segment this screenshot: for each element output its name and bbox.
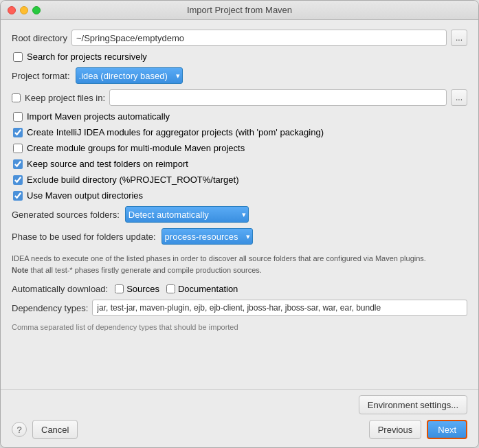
import-maven-label: Import Maven projects automatically <box>27 111 170 122</box>
keep-project-files-label: Keep project files in: <box>25 93 105 103</box>
dependency-hint: Comma separated list of dependency types… <box>12 322 467 333</box>
create-modules-row: Create IntelliJ IDEA modules for aggrega… <box>12 127 467 137</box>
env-settings-button[interactable]: Environment settings... <box>359 395 467 414</box>
phase-row: Phase to be used for folders update: pro… <box>12 228 467 245</box>
import-maven-row: Import Maven projects automatically <box>12 111 467 122</box>
create-modules-checkbox[interactable] <box>13 128 23 137</box>
documentation-item: Documentation <box>166 284 238 294</box>
project-format-label: Project format: <box>12 71 70 81</box>
note-rest: that all test-* phases firstly generate … <box>28 266 261 274</box>
next-button[interactable]: Next <box>427 420 467 439</box>
exclude-build-label: Exclude build directory (%PROJECT_ROOT%/… <box>27 175 238 185</box>
minimize-button[interactable] <box>20 6 28 14</box>
window-title: Import Project from Maven <box>187 5 292 15</box>
close-button[interactable] <box>8 6 16 14</box>
keep-source-folders-row: Keep source and test folders on reimport <box>12 159 467 169</box>
phase-label: Phase to be used for folders update: <box>12 232 156 242</box>
keep-project-files-input[interactable] <box>109 89 447 106</box>
note-line1: IDEA needs to execute one of the listed … <box>12 254 426 262</box>
sources-item: Sources <box>115 284 159 294</box>
note-text: IDEA needs to execute one of the listed … <box>12 250 467 278</box>
cancel-button[interactable]: Cancel <box>32 420 78 439</box>
generated-sources-select-wrapper: Detect automatically <box>125 206 249 223</box>
main-window: Import Project from Maven Root directory… <box>0 0 479 448</box>
help-button[interactable]: ? <box>12 422 27 437</box>
create-modules-label: Create IntelliJ IDEA modules for aggrega… <box>27 127 324 137</box>
documentation-checkbox[interactable] <box>166 284 175 293</box>
generated-sources-row: Generated sources folders: Detect automa… <box>12 206 467 223</box>
keep-project-files-row: Keep project files in: ... <box>12 89 467 106</box>
phase-select-wrapper: process-resources <box>161 228 253 245</box>
project-format-select-wrapper: .idea (directory based) <box>76 67 183 84</box>
sources-label: Sources <box>126 284 159 294</box>
project-format-row: Project format: .idea (directory based) <box>12 67 467 84</box>
auto-download-row: Automatically download: Sources Document… <box>12 284 467 294</box>
bottom-section: Environment settings... ? Cancel Previou… <box>1 389 478 447</box>
import-maven-checkbox[interactable] <box>13 112 23 122</box>
keep-source-folders-label: Keep source and test folders on reimport <box>27 159 188 169</box>
previous-button[interactable]: Previous <box>369 420 422 439</box>
generated-sources-select[interactable]: Detect automatically <box>125 206 249 223</box>
dependency-types-input[interactable] <box>92 300 467 316</box>
keep-project-files-checkbox[interactable] <box>12 93 21 102</box>
use-maven-output-label: Use Maven output directories <box>27 190 143 201</box>
maximize-button[interactable] <box>32 6 41 14</box>
root-directory-label: Root directory <box>12 33 67 43</box>
note-bold: Note <box>12 266 28 274</box>
create-module-groups-checkbox[interactable] <box>13 144 23 153</box>
project-format-select[interactable]: .idea (directory based) <box>76 67 183 84</box>
keep-source-folders-checkbox[interactable] <box>13 159 23 169</box>
dependency-types-row: Dependency types: <box>12 300 467 316</box>
create-module-groups-row: Create module groups for multi-module Ma… <box>12 143 467 153</box>
generated-sources-label: Generated sources folders: <box>12 210 120 220</box>
exclude-build-checkbox[interactable] <box>13 175 23 185</box>
dependency-types-label: Dependency types: <box>12 303 88 313</box>
root-directory-browse-button[interactable]: ... <box>451 30 467 46</box>
auto-download-label: Automatically download: <box>12 284 108 294</box>
search-projects-checkbox[interactable] <box>13 52 23 62</box>
documentation-label: Documentation <box>178 284 238 294</box>
exclude-build-row: Exclude build directory (%PROJECT_ROOT%/… <box>12 175 467 185</box>
use-maven-output-row: Use Maven output directories <box>12 190 467 201</box>
traffic-lights <box>8 6 41 14</box>
root-directory-input[interactable] <box>71 30 447 46</box>
dialog-content: Root directory ... Search for projects r… <box>1 20 478 389</box>
root-directory-row: Root directory ... <box>12 30 467 46</box>
action-buttons-row: ? Cancel Previous Next <box>12 420 467 439</box>
search-projects-row: Search for projects recursively <box>12 52 467 62</box>
env-settings-row: Environment settings... <box>12 395 467 414</box>
nav-buttons: Previous Next <box>369 420 467 439</box>
phase-select[interactable]: process-resources <box>161 228 253 245</box>
search-projects-label: Search for projects recursively <box>27 52 147 62</box>
use-maven-output-checkbox[interactable] <box>13 191 23 201</box>
keep-project-files-browse-button[interactable]: ... <box>451 89 467 106</box>
sources-checkbox[interactable] <box>115 284 124 293</box>
title-bar: Import Project from Maven <box>1 1 478 20</box>
create-module-groups-label: Create module groups for multi-module Ma… <box>27 143 245 153</box>
